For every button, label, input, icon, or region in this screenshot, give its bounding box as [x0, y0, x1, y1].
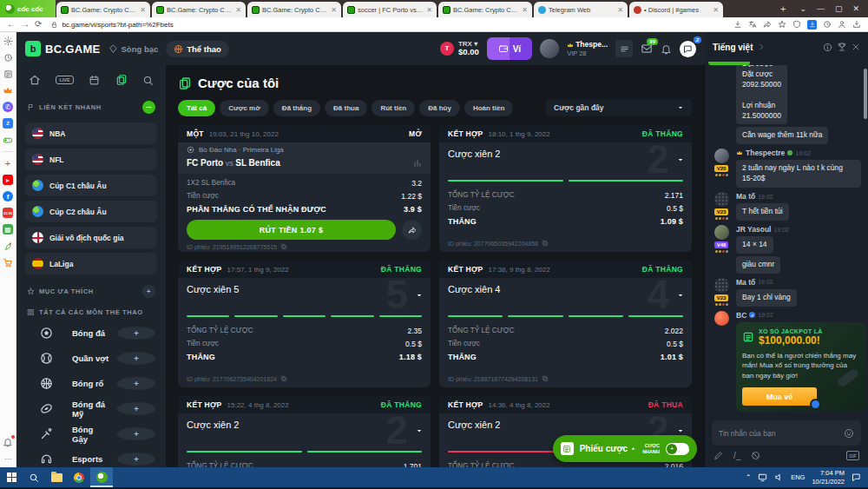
- command-icon[interactable]: /_: [733, 451, 740, 460]
- chat-rules-info-icon[interactable]: [823, 43, 832, 52]
- history-icon[interactable]: [3, 52, 13, 63]
- zalo-icon[interactable]: Z: [3, 118, 13, 129]
- sidebar-quick-link[interactable]: Cúp C1 châu Âu: [25, 175, 157, 196]
- bell-icon[interactable]: [661, 43, 672, 55]
- bet-match-row[interactable]: FC Porto vs SL Benfica: [178, 155, 431, 174]
- parlay-title-row[interactable]: Cược xiên 55: [178, 278, 431, 307]
- chevron-down-icon[interactable]: [677, 292, 684, 299]
- my-bets-icon[interactable]: [115, 74, 128, 86]
- close-button[interactable]: ✕: [852, 4, 859, 13]
- tab-close-icon[interactable]: ✕: [235, 6, 241, 14]
- youtube-icon[interactable]: ▸: [3, 175, 13, 185]
- copy-icon[interactable]: [280, 375, 287, 382]
- chrome-icon[interactable]: [68, 467, 90, 487]
- profile-icon[interactable]: [838, 20, 846, 29]
- collapse-quick-links-button[interactable]: [142, 101, 155, 114]
- sidebar-sport-item[interactable]: Bóng đá+: [25, 320, 157, 346]
- chat-avatar[interactable]: [714, 225, 729, 240]
- settings-icon[interactable]: [3, 36, 13, 46]
- downloads-tray-icon[interactable]: [852, 20, 861, 29]
- reload-button[interactable]: ⟳: [35, 20, 42, 29]
- parlay-title-row[interactable]: Cược xiên 22: [439, 142, 692, 172]
- chevron-down-icon[interactable]: [677, 156, 684, 163]
- sidebar-quick-link[interactable]: LaLiga: [25, 253, 157, 274]
- coccoc-brand[interactable]: cốc cốc: [0, 0, 56, 17]
- chat-scrollbar[interactable]: [864, 69, 867, 119]
- tray-expand-icon[interactable]: ⌃: [746, 473, 751, 481]
- forward-button[interactable]: →: [21, 20, 30, 29]
- volume-icon[interactable]: [774, 472, 784, 482]
- expand-sport-button[interactable]: +: [117, 377, 155, 390]
- search-icon[interactable]: [142, 75, 154, 86]
- copy-icon[interactable]: [542, 375, 549, 382]
- copy-icon[interactable]: [280, 243, 287, 250]
- calendar-icon[interactable]: [89, 75, 100, 86]
- emoji-icon[interactable]: [844, 428, 854, 439]
- parlay-title-row[interactable]: Cược xiên 22: [178, 413, 431, 443]
- browser-tab[interactable]: • Discord | #games✕: [629, 2, 723, 17]
- sidebar-sport-item[interactable]: Esports+: [25, 446, 157, 467]
- expand-sport-button[interactable]: +: [117, 352, 155, 365]
- sidebar-sport-item[interactable]: Bóng đá Mỹ+: [25, 396, 157, 421]
- nav-sports[interactable]: Thể thao: [166, 41, 229, 57]
- facebook-icon[interactable]: f: [3, 191, 13, 202]
- back-button[interactable]: ←: [7, 20, 16, 29]
- wallet-button[interactable]: Ví: [487, 37, 532, 60]
- chevron-down-icon[interactable]: [677, 427, 684, 434]
- chat-author-name[interactable]: Ma tố: [736, 192, 755, 201]
- trophy-icon[interactable]: [837, 42, 847, 52]
- action-center-icon[interactable]: [852, 472, 861, 482]
- buy-ticket-button[interactable]: Mua vé: [742, 387, 817, 406]
- tab-search-icon[interactable]: ⌄: [799, 4, 806, 13]
- coccoc-taskbar-icon[interactable]: [90, 467, 113, 487]
- sidebar-sport-item[interactable]: Quần vợt+: [25, 346, 157, 371]
- share-bet-button[interactable]: [402, 220, 422, 240]
- tip-icon[interactable]: [713, 451, 723, 460]
- url-box[interactable]: bc.game/vi/sports?bt-path=%2Fbets: [47, 21, 728, 29]
- expand-sport-button[interactable]: +: [117, 327, 155, 340]
- balance-selector[interactable]: T TRX ▾ $0.00: [440, 40, 479, 57]
- chat-avatar[interactable]: [714, 149, 729, 163]
- games-icon[interactable]: [3, 135, 13, 145]
- sale-2310-icon[interactable]: 23.10: [3, 208, 13, 218]
- sidebar-quick-link[interactable]: NBA: [25, 122, 157, 144]
- chat-language[interactable]: Tiếng việt: [713, 43, 753, 52]
- chat-author-name[interactable]: Thespectre: [746, 149, 785, 157]
- filter-pill[interactable]: Đã hủy: [419, 100, 460, 116]
- add-shortcut-icon[interactable]: +: [3, 158, 13, 169]
- notifications-bell-icon[interactable]: [3, 437, 13, 447]
- chat-avatar[interactable]: [714, 278, 729, 293]
- filter-pill[interactable]: Rút tiền: [372, 100, 415, 116]
- browser-tab[interactable]: BC.Game: Crypto Casino✕: [247, 2, 341, 17]
- tab-close-icon[interactable]: ✕: [617, 6, 623, 14]
- expand-sport-button[interactable]: +: [117, 453, 155, 466]
- gift-icon[interactable]: ▦: [3, 224, 13, 235]
- chat-avatar[interactable]: [714, 311, 729, 326]
- filter-pill[interactable]: Đã thắng: [273, 100, 320, 116]
- betslip-button[interactable]: Phiếu cược CƯỢCNHANH +: [553, 435, 697, 462]
- tab-close-icon[interactable]: ✕: [713, 6, 719, 14]
- mail-icon[interactable]: 99: [641, 43, 653, 55]
- chat-author-name[interactable]: Ma tố: [736, 278, 755, 287]
- parlay-title-row[interactable]: Cược xiên 44: [439, 278, 692, 307]
- shield-icon[interactable]: [792, 20, 801, 29]
- chevron-down-icon[interactable]: [416, 292, 423, 299]
- browser-tab[interactable]: Telegram Web✕: [534, 2, 628, 17]
- nav-casino[interactable]: Sòng bạc: [108, 44, 159, 54]
- crown-icon[interactable]: [3, 85, 13, 96]
- sort-dropdown[interactable]: Cược gần đây: [546, 99, 692, 116]
- user-info[interactable]: Thespe... VIP 28: [567, 40, 608, 56]
- copy-icon[interactable]: [542, 240, 549, 247]
- input-language[interactable]: ENG: [791, 473, 805, 481]
- messenger-icon[interactable]: ✆: [3, 102, 13, 112]
- tab-close-icon[interactable]: ✕: [331, 6, 337, 14]
- sidebar-quick-link[interactable]: NFL: [25, 149, 157, 170]
- network-icon[interactable]: [758, 472, 767, 482]
- bet-list-button[interactable]: [615, 40, 633, 57]
- taskbar-search-icon[interactable]: [23, 467, 45, 487]
- sidebar-quick-link[interactable]: Giải vô địch quốc gia: [25, 227, 157, 248]
- chevron-down-icon[interactable]: [416, 427, 423, 434]
- download-manager-icon[interactable]: [807, 20, 817, 30]
- maximize-button[interactable]: ▢: [835, 4, 843, 13]
- cashout-button[interactable]: RÚT TIỀN 1.07 $: [187, 220, 396, 240]
